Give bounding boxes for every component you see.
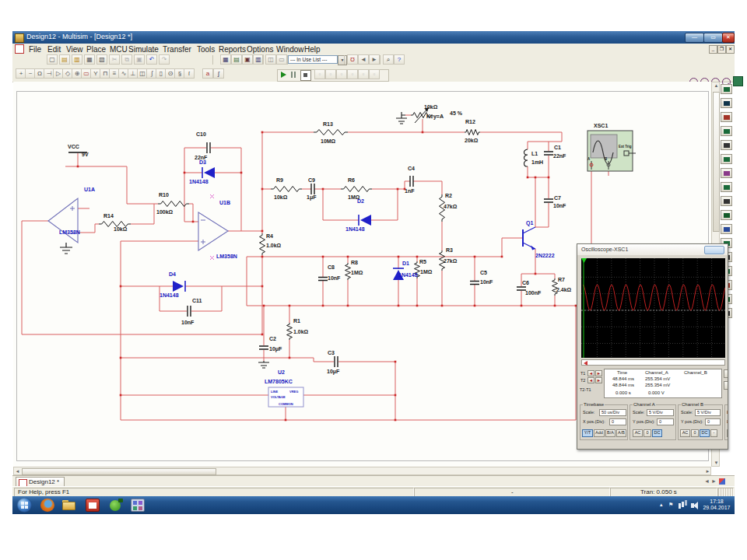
maximize-button[interactable]: ▭ (703, 33, 723, 43)
chb-ac-button[interactable]: AC (680, 429, 690, 437)
component-label: 1N4148 (345, 226, 365, 232)
stop-simulation-icon[interactable] (300, 70, 311, 81)
copy-icon[interactable]: ⧉ (121, 54, 132, 65)
hierarchy-icon[interactable]: ▣ (242, 54, 253, 65)
tab-scroll-right-icon[interactable]: ► (711, 478, 717, 484)
child-close-button[interactable]: ✕ (726, 45, 735, 54)
dropdown-arrow-icon[interactable]: ▼ (338, 55, 347, 65)
cha-dc-button[interactable]: DC (652, 429, 662, 437)
breadboard-icon[interactable]: ◫ (265, 54, 276, 65)
chb-minus-button[interactable]: - (710, 429, 717, 437)
tray-clock[interactable]: 17:18 29.04.2017 (700, 499, 733, 511)
instrument-icon[interactable] (721, 154, 732, 164)
component-label: R9 (276, 177, 283, 183)
undo-icon[interactable]: ↶ (146, 54, 157, 65)
scope-scroll-slider[interactable] (581, 359, 725, 366)
t1-right-button[interactable]: ► (595, 370, 602, 376)
instrument-icon[interactable] (721, 182, 732, 192)
child-minimize-button[interactable]: _ (709, 45, 717, 54)
t2-left-button[interactable]: ◄ (587, 377, 594, 383)
taskbar-grid-app-icon[interactable] (131, 499, 145, 512)
component-label: 47kΩ (444, 204, 458, 209)
redo-icon[interactable]: ↷ (159, 54, 170, 65)
instrument-icon[interactable] (721, 210, 732, 220)
component-label: 9V (82, 152, 89, 157)
tray-expand-icon[interactable]: ▴ (660, 502, 663, 508)
trigger-button[interactable] (727, 429, 728, 437)
back-annotate-icon[interactable]: ◄ (358, 54, 369, 65)
sim-extra-icon[interactable]: ▫ (347, 69, 358, 79)
minimize-button[interactable]: — (685, 33, 704, 43)
instrument-icon[interactable] (721, 196, 732, 206)
forward-annotate-icon[interactable]: ► (369, 54, 380, 65)
save-button[interactable] (724, 381, 728, 390)
close-button[interactable]: ✕ (722, 33, 735, 43)
tab-scroll-left-icon[interactable]: ◄ (704, 478, 710, 484)
canvas-hscrollbar[interactable]: ◄ ► (13, 467, 711, 475)
cha-pos-input[interactable]: 0 (657, 418, 674, 425)
sim-extra-icon[interactable]: ▫ (369, 69, 380, 79)
taskbar-explorer-icon[interactable] (62, 499, 76, 512)
instrument-icon[interactable] (721, 168, 732, 178)
database-icon[interactable]: ▤ (231, 54, 242, 65)
chb-pos-input[interactable]: 0 (705, 418, 721, 425)
add-button[interactable]: Add (594, 429, 605, 437)
print-icon[interactable]: ▦ (84, 54, 95, 65)
cha-0-button[interactable]: 0 (644, 429, 651, 437)
paste-icon[interactable]: ▣ (134, 54, 145, 65)
chb-dc-button[interactable]: DC (700, 429, 710, 437)
tray-network-icon[interactable] (679, 503, 681, 509)
in-use-list-dropdown[interactable]: --- In Use List --- (288, 55, 338, 64)
cut-icon[interactable]: ✂ (109, 54, 120, 65)
taskbar-green-app-icon[interactable] (109, 499, 123, 512)
pause-simulation-icon[interactable] (291, 72, 293, 78)
tray-flag-icon[interactable]: ⚑ (668, 502, 673, 508)
text-icon[interactable]: a (202, 68, 213, 79)
graphs-icon[interactable]: Ʊ (347, 54, 358, 65)
t1-left-button[interactable]: ◄ (587, 370, 594, 376)
wire-segments[interactable] (22, 115, 608, 420)
instrument-icon[interactable] (721, 112, 732, 122)
find-icon[interactable]: ⌕ (383, 54, 394, 65)
help-icon[interactable]: ? (394, 54, 405, 65)
new-icon[interactable]: ▢ (47, 54, 58, 65)
fullscreen-icon[interactable] (733, 76, 743, 86)
child-restore-button[interactable]: ❐ (717, 45, 726, 54)
yt-button[interactable]: Y/T (582, 429, 593, 437)
ba-button[interactable]: B/A (605, 429, 615, 437)
sim-extra-icon[interactable]: ▫ (325, 69, 336, 79)
sim-extra-icon[interactable]: ▫ (314, 69, 325, 79)
scope-close-button[interactable] (704, 246, 724, 254)
timebase-scale-input[interactable]: 50 us/Div (599, 409, 626, 416)
t2-right-button[interactable]: ► (595, 377, 602, 383)
cha-scale-input[interactable]: 5 V/Div (647, 409, 674, 416)
instrument-icon[interactable] (721, 98, 732, 108)
oscilloscope-window[interactable]: Oscilloscope-XSC1 T1 ◄ ► T2 ◄ ► T2-T1 Ti… (577, 243, 728, 450)
tray-volume-icon[interactable] (691, 503, 694, 508)
instrument-icon[interactable] (721, 84, 732, 94)
instrument-icon[interactable] (721, 140, 732, 150)
instrument-icon[interactable] (721, 224, 732, 234)
instrument-icon[interactable] (721, 126, 732, 136)
taskbar-firefox-icon[interactable] (40, 499, 54, 512)
cha-ac-button[interactable]: AC (633, 429, 643, 437)
component-wizard-icon[interactable]: ▦ (220, 54, 231, 65)
ab-button[interactable]: A/B (616, 429, 626, 437)
taskbar-red-app-icon[interactable] (86, 499, 100, 512)
timebase-pos-input[interactable]: 0 (609, 418, 626, 425)
save-icon[interactable]: ▥ (72, 54, 82, 65)
sim-extra-icon[interactable]: ▫ (336, 69, 347, 79)
open-icon[interactable]: ▤ (59, 54, 70, 65)
print-preview-icon[interactable]: ▧ (96, 54, 107, 65)
chb-0-button[interactable]: 0 (691, 429, 699, 437)
sim-extra-icon[interactable]: ▫ (358, 69, 369, 79)
tab-corner-icon[interactable] (719, 478, 725, 485)
start-button[interactable] (17, 498, 32, 513)
component-bus-icon[interactable]: ſ (184, 68, 195, 79)
window-titlebar[interactable]: Design12 - Multisim - [Design12 *] — ▭ ✕ (12, 31, 735, 44)
chb-scale-input[interactable]: 5 V/Div (695, 409, 721, 416)
erc-icon[interactable]: ▭ (276, 54, 287, 65)
reverse-button[interactable] (724, 369, 728, 378)
graphar-icon[interactable]: ʃ (213, 68, 224, 79)
run-simulation-icon[interactable] (281, 72, 286, 78)
